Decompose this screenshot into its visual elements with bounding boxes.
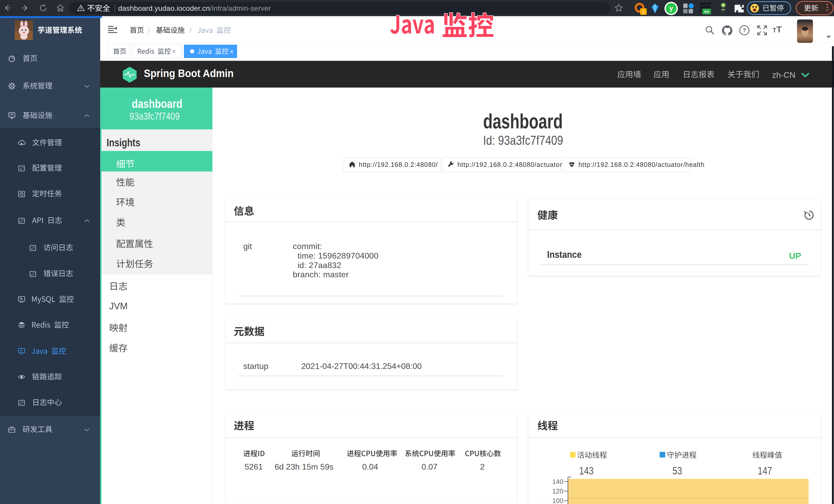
svg-text:on: on bbox=[704, 9, 709, 14]
svg-text:?: ? bbox=[743, 27, 746, 33]
svg-text:1: 1 bbox=[642, 9, 645, 14]
svg-text:y: y bbox=[670, 4, 673, 12]
